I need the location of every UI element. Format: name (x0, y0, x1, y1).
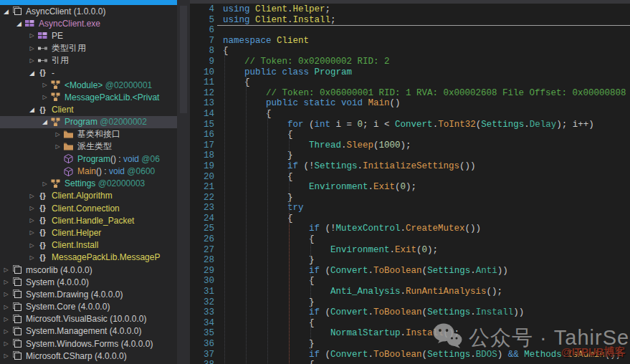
tree-item[interactable]: ▷{}Client.Connection (0, 202, 177, 214)
code-text: try (214, 203, 304, 213)
code-line: 22 } (190, 193, 630, 203)
tree-item[interactable]: ▷Settings @02000003 (0, 178, 177, 190)
tree-item[interactable]: ▷Microsoft.CSharp (4.0.0.0) (0, 350, 177, 362)
line-number: 18 (190, 150, 214, 161)
tree-item[interactable]: ▷System.Drawing (4.0.0.0) (0, 288, 177, 300)
chevron-collapsed-icon[interactable]: ▷ (1, 267, 11, 273)
code-line: 9 // Token: 0x02000002 RID: 2 (190, 57, 630, 67)
chevron-collapsed-icon[interactable]: ▷ (27, 242, 37, 249)
tree-item[interactable]: ▷System.Core (4.0.0.0) (0, 301, 177, 313)
chevron-collapsed-icon[interactable]: ▷ (1, 353, 11, 359)
chevron-expanded-icon[interactable]: ◢ (14, 20, 24, 27)
chevron-collapsed-icon[interactable]: ▷ (1, 328, 11, 335)
chevron-collapsed-icon[interactable]: ▷ (27, 45, 37, 52)
chevron-expanded-icon[interactable]: ◢ (1, 8, 11, 15)
code-text: { (214, 172, 293, 182)
tree-item[interactable]: ▷System.Windows.Forms (4.0.0.0) (0, 337, 177, 350)
chevron-collapsed-icon[interactable]: ▷ (27, 57, 37, 64)
chevron-collapsed-icon[interactable]: ▷ (1, 340, 11, 347)
tree-item[interactable]: ▷PE (0, 29, 177, 42)
chevron-collapsed-icon[interactable]: ▷ (40, 181, 49, 187)
chevron-collapsed-icon[interactable]: ▷ (27, 193, 37, 199)
code-line: 13 public static void Main() (190, 98, 630, 109)
tree-item[interactable]: ▷mscorlib (4.0.0.0) (0, 264, 177, 276)
code-text: // Token: 0x02000002 RID: 2 (214, 57, 390, 67)
tree-item[interactable]: ◢Program @02000002 (0, 116, 177, 128)
tree-item[interactable]: ▷{}Client.Install (0, 239, 177, 252)
tree-item[interactable]: ▷<Module> @02000001 (0, 79, 177, 91)
tree-item-label: Main() : void @0600 (77, 166, 155, 176)
tree-item[interactable]: ◢AsyncClient (1.0.0.0) (0, 5, 177, 17)
scrollbar-thumb[interactable] (180, 6, 187, 113)
chevron-expanded-icon[interactable]: ◢ (40, 118, 49, 125)
tree-item-label: Microsoft.CSharp (4.0.0.0) (26, 351, 127, 361)
tree-item[interactable]: ◢AsyncClient.exe (0, 17, 177, 29)
code-text: if (Convert.ToBoolean(Settings.Anti)) (214, 266, 508, 276)
indent-guide (310, 234, 311, 350)
chevron-collapsed-icon[interactable]: ▷ (1, 304, 11, 310)
tree-item[interactable]: ◢{}Client (0, 104, 177, 116)
braces-icon: {} (37, 215, 49, 226)
tree-item[interactable]: ▷System.Management (4.0.0.0) (0, 325, 177, 337)
tree-item[interactable]: ▷{}Client.Handle_Packet (0, 214, 177, 226)
chevron-collapsed-icon[interactable]: ▷ (40, 82, 49, 88)
tree-item[interactable]: ▷基类和接口 (0, 128, 177, 140)
module-icon (37, 30, 49, 41)
tree-item[interactable]: Program() : void @06 (0, 153, 177, 165)
tree-item[interactable]: ▷{}Client.Algorithm (0, 190, 177, 202)
tree-item[interactable]: ▷Microsoft.VisualBasic (10.0.0.0) (0, 313, 177, 325)
code-text: public static void Main() (214, 98, 401, 108)
assembly-tree: ◢AsyncClient (1.0.0.0)◢AsyncClient.exe▷P… (0, 5, 177, 362)
code-text: { (214, 214, 293, 224)
chevron-collapsed-icon[interactable]: ▷ (27, 217, 37, 224)
code-line: 18 } (190, 150, 630, 161)
line-number: 9 (190, 57, 214, 67)
code-text: // Token: 0x06000001 RID: 1 RVA: 0x00002… (214, 88, 626, 98)
code-text: Environment.Exit(0); (214, 182, 416, 192)
code-line: 11 { (190, 77, 630, 88)
code-text: Anti_Analysis.RunAntiAnalysis(); (214, 287, 502, 297)
chevron-collapsed-icon[interactable]: ▷ (27, 205, 37, 211)
line-number: 25 (190, 224, 214, 234)
line-number: 8 (190, 46, 214, 57)
code-line: 16 { (190, 130, 630, 140)
chevron-collapsed-icon[interactable]: ▷ (1, 291, 11, 297)
tree-item[interactable]: ▷引用 (0, 54, 177, 67)
tree-item[interactable]: ▷{}Client.Helper (0, 226, 177, 239)
chevron-collapsed-icon[interactable]: ▷ (27, 254, 37, 261)
class-icon (49, 117, 62, 128)
tree-item-label: Client.Algorithm (52, 191, 113, 201)
chevron-collapsed-icon[interactable]: ▷ (40, 94, 49, 100)
class-icon (49, 178, 62, 189)
tree-item[interactable]: ▷类型引用 (0, 42, 177, 54)
code-line: 25 if (!MutexControl.CreateMutex()) (190, 224, 630, 234)
tree-item-label: MessagePackLib.<Privat (65, 92, 159, 102)
tree-item[interactable]: ▷MessagePackLib.<Privat (0, 91, 177, 103)
tree-item-label: 类型引用 (52, 42, 86, 54)
assembly-icon (11, 289, 23, 300)
chevron-collapsed-icon[interactable]: ▷ (27, 229, 37, 236)
tree-item[interactable]: ▷派生类型 (0, 140, 177, 153)
line-number: 30 (190, 276, 214, 287)
chevron-collapsed-icon[interactable]: ▷ (1, 279, 11, 285)
code-line: 15 for (int i = 0; i < Convert.ToInt32(S… (190, 120, 630, 130)
chevron-collapsed-icon[interactable]: ▷ (53, 131, 62, 138)
chevron-collapsed-icon[interactable]: ▷ (27, 32, 37, 39)
code-text: { (214, 130, 293, 140)
tree-scrollbar[interactable] (177, 0, 190, 364)
tree-item[interactable]: Main() : void @0600 (0, 165, 177, 177)
chevron-expanded-icon[interactable]: ◢ (27, 70, 37, 77)
tree-item[interactable]: ▷{}MessagePackLib.MessageP (0, 252, 177, 264)
tree-item-label: System.Windows.Forms (4.0.0.0) (26, 339, 153, 349)
chevron-expanded-icon[interactable]: ◢ (27, 106, 37, 113)
tree-item-label: Client.Connection (52, 203, 120, 214)
tree-item[interactable]: ▷System (4.0.0.0) (0, 276, 177, 288)
code-line: 10 public class Program (190, 67, 630, 78)
tree-item-label: System.Core (4.0.0.0) (26, 302, 110, 312)
line-number: 27 (190, 245, 214, 256)
tree-item[interactable]: ◢{}- (0, 67, 177, 79)
assembly-icon (11, 6, 23, 16)
chevron-collapsed-icon[interactable]: ▷ (1, 316, 11, 322)
chevron-collapsed-icon[interactable]: ▷ (53, 143, 62, 150)
code-editor[interactable]: 4using Client.Helper;5using Client.Insta… (190, 0, 630, 364)
